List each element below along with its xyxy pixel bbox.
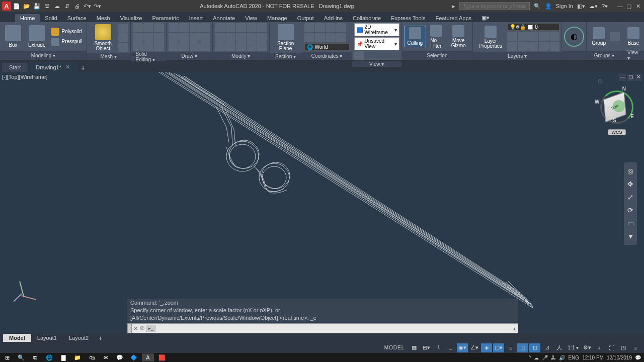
smooth-object-button[interactable]: Smooth Object [89,23,117,52]
tab-output[interactable]: Output [292,14,319,22]
compass-w[interactable]: W [595,99,599,105]
tab-surface[interactable]: Surface [62,14,92,22]
presspull-button[interactable]: Presspull [49,37,84,46]
spline-icon[interactable] [200,33,210,42]
taskbar-line-icon[interactable]: 💬 [114,353,126,361]
status-ucs-icon[interactable]: ⊿ [541,343,552,352]
tab-featured[interactable]: Featured Apps [431,14,477,22]
cmdline-close-icon[interactable]: ✕ [132,325,139,332]
qat-cloud-save-icon[interactable]: ⇵ [62,2,71,11]
status-ortho-icon[interactable]: └ [433,343,444,352]
fillet-icon[interactable] [236,33,246,42]
tab-addins[interactable]: Add-ins [319,14,348,22]
status-customize-icon[interactable]: ≡ [630,343,641,352]
region-icon[interactable] [190,42,200,51]
tray-action-center-icon[interactable]: 💬 [635,355,641,360]
tray-mic-icon[interactable]: 🎤 [542,355,548,360]
solidedit-panel-label[interactable]: Solid Editing ▾ [136,51,161,62]
status-sc-icon[interactable]: ⊡ [529,343,540,352]
pan-icon[interactable]: ✥ [624,177,637,191]
ucs3-icon[interactable] [326,23,336,32]
taskbar-autocad-icon[interactable]: A [142,353,154,361]
tray-net-icon[interactable]: 🖧 [551,355,556,360]
ucs1-icon[interactable] [304,23,314,32]
section-panel-label[interactable]: Section ▾ [275,54,296,59]
status-dyn-icon[interactable]: 人 [553,343,565,352]
union-icon[interactable] [133,23,143,32]
slice-icon[interactable] [133,33,143,42]
thicken-icon[interactable] [143,33,153,42]
mesh-panel-label[interactable]: Mesh ▾ [100,54,116,59]
close-button[interactable]: ✕ [634,3,642,10]
mesh-tool3-icon[interactable] [118,43,128,52]
collapsed-panel[interactable]: ◐ [562,22,587,60]
visual-style-dropdown[interactable]: 🟦 2D Wireframe [354,23,399,36]
tab-home[interactable]: Home [15,14,40,22]
rev-icon[interactable] [179,33,189,42]
infocenter-arrow-icon[interactable]: ▸ [452,3,455,10]
status-snap-icon[interactable]: ⊞▾ [421,343,432,352]
groups-panel-label[interactable]: Groups ▾ [594,53,615,58]
tab-visualize[interactable]: Visualize [115,14,147,22]
start-button[interactable]: ⊞ [1,353,13,361]
layers-panel-label[interactable]: Layers ▾ [508,53,527,59]
edge-icon[interactable] [154,42,164,51]
tab-collaborate[interactable]: Collaborate [348,14,386,22]
infocenter-search-input[interactable] [459,2,530,10]
subtract-icon[interactable] [143,23,153,32]
qat-undo-icon[interactable]: ↶▾ [83,2,92,11]
qat-plot-icon[interactable]: 🖨 [72,2,82,11]
modeling-panel-label[interactable]: Modeling ▾ [31,53,55,58]
imprint-icon[interactable] [154,33,164,42]
arc-icon[interactable] [200,23,210,32]
qat-new-icon[interactable]: 📄 [12,2,21,11]
tray-date[interactable]: 12/10/2019 [607,355,632,360]
view-extra-icon[interactable] [354,51,364,60]
layout-tab-model[interactable]: Model [3,334,31,342]
group-edit-icon[interactable] [610,32,620,41]
status-otrack-icon[interactable]: ▢▾ [493,343,504,352]
lay6-icon[interactable] [507,42,517,51]
taskbar-mail-icon[interactable]: ✉ [100,353,112,361]
status-plus-icon[interactable]: + [594,343,605,352]
search-icon[interactable]: 🔍 [534,3,541,10]
intersect-icon[interactable] [154,23,164,32]
compass-n[interactable]: N [622,86,626,92]
lay2-icon[interactable] [518,32,528,41]
trim-icon[interactable] [236,23,246,32]
ucs6-icon[interactable] [315,33,325,42]
help-icon[interactable]: ?▾ [602,3,608,10]
tab-view[interactable]: View [240,14,262,22]
explode-icon[interactable] [247,33,257,42]
nav-more-icon[interactable]: ▾ [624,230,637,243]
layer-properties-button[interactable]: Layer Properties [475,25,506,50]
tab-annotate[interactable]: Annotate [208,14,240,22]
signin-link[interactable]: Sign In [556,3,573,9]
viewcube-home-icon[interactable]: ⌂ [598,77,602,84]
layer-dropdown[interactable]: 💡❄🔒 0 [507,23,559,31]
status-transparency-icon[interactable]: ◫ [517,343,528,352]
rect-icon[interactable] [169,33,179,42]
qat-cloud-open-icon[interactable]: ☁ [52,2,61,11]
no-filter-button[interactable]: No Filter [427,24,445,50]
coords-panel-label[interactable]: Coordinates ▾ [311,53,343,59]
stay-connected-icon[interactable]: ☁▾ [589,3,598,10]
wcs-button[interactable]: WCS [608,129,626,135]
doc-tab-start[interactable]: Start [2,63,28,72]
tray-cloud-icon[interactable]: ☁ [534,355,539,360]
tray-lang[interactable]: ENG [568,355,579,360]
cmdline-customize-icon[interactable]: ۞ [139,325,146,331]
qat-save-icon[interactable]: 💾 [32,2,41,11]
qat-redo-icon[interactable]: ↷▾ [93,2,102,11]
cmdline-prompt-icon[interactable]: ▸_ [146,325,156,332]
tab-insert[interactable]: Insert [184,14,208,22]
autodesk-app-icon[interactable]: ◧▾ [577,3,585,10]
base-view-button[interactable]: Base [624,26,642,47]
extrude-button[interactable]: Extrude [25,24,48,49]
hatch-icon[interactable] [169,42,179,51]
tab-manage[interactable]: Manage [262,14,292,22]
close-tab-icon[interactable]: ✕ [65,64,70,70]
doc-tab-drawing1[interactable]: Drawing1*✕ [29,62,77,72]
lay1-icon[interactable] [507,32,517,41]
taskbar-excel-icon[interactable]: ▇ [57,353,69,361]
